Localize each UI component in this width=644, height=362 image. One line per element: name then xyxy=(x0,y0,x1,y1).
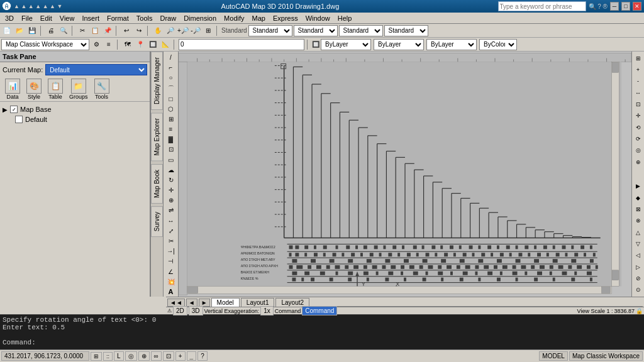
tab-display-manager[interactable]: Display Manager xyxy=(151,52,163,110)
tb-new[interactable]: 📄 xyxy=(1,25,13,36)
menu-express[interactable]: Express xyxy=(269,14,302,23)
draw-scale[interactable]: ⤢ xyxy=(165,226,177,236)
draw-chamfer[interactable]: ∠ xyxy=(165,266,177,276)
dyn-btn[interactable]: + xyxy=(175,351,186,361)
polar-btn[interactable]: ◎ xyxy=(125,351,137,361)
tb-open[interactable]: 📂 xyxy=(14,25,25,36)
menu-draw[interactable]: Draw xyxy=(156,14,180,23)
workspace-select[interactable]: Map Classic Workspace xyxy=(1,39,89,50)
tree-child-checkbox[interactable] xyxy=(15,116,23,123)
draw-trim[interactable]: ✂ xyxy=(165,236,177,246)
tab-map-book[interactable]: Map Book xyxy=(151,164,163,204)
draw-region[interactable]: ⊡ xyxy=(165,145,177,154)
right-icon-1[interactable]: ⊞ xyxy=(633,53,644,63)
panel-data[interactable]: 📊 Data xyxy=(5,79,20,100)
layer-input[interactable] xyxy=(179,39,304,50)
right-icon-19[interactable]: ⊘ xyxy=(633,273,644,283)
draw-arc[interactable]: ⌒ xyxy=(165,84,177,94)
close-button[interactable]: ✕ xyxy=(633,2,641,11)
menu-3d[interactable]: 3D xyxy=(1,14,18,23)
draw-copy[interactable]: ⊕ xyxy=(165,195,177,205)
tree-root-checkbox[interactable]: ✓ xyxy=(10,106,18,113)
lweight-btn[interactable]: _ xyxy=(187,351,197,361)
tb-save[interactable]: 💾 xyxy=(26,25,38,36)
right-icon-14[interactable]: ⊗ xyxy=(633,216,644,226)
tab-layout1[interactable]: Layout1 xyxy=(241,298,275,307)
menu-format[interactable]: Format xyxy=(103,14,133,23)
tb-preview[interactable]: 🔍 xyxy=(58,25,69,36)
drawing-area[interactable]: ΨΗΦΙΕΤΡΑ ΒΑΔΜΟΣ2 ΑΡΙΘΜΟΣ ΒΑΤΟΝΙΩΝ ΑΠΟ ΣΤ… xyxy=(179,52,631,297)
tab-model[interactable]: Model xyxy=(211,298,240,307)
draw-cloud[interactable]: ☁ xyxy=(165,165,177,175)
grid-btn[interactable]: :: xyxy=(103,352,113,361)
tab-survey[interactable]: Survey xyxy=(151,206,163,237)
tb-map2[interactable]: 📍 xyxy=(135,39,146,50)
draw-hatch[interactable]: ≡ xyxy=(165,124,177,134)
workspace-settings[interactable]: ⚙ xyxy=(91,39,102,50)
menu-tools[interactable]: Tools xyxy=(133,14,157,23)
otrack-btn[interactable]: ∞ xyxy=(151,351,162,361)
right-icon-15[interactable]: △ xyxy=(633,227,644,238)
restore-button[interactable]: □ xyxy=(621,2,630,11)
tb-copy[interactable]: 📋 xyxy=(89,25,101,36)
right-icon-20[interactable]: ⊙ xyxy=(633,285,644,295)
tab-map-explorer[interactable]: Map Explorer xyxy=(151,112,163,161)
panel-tools-btn[interactable]: 🔧 Tools xyxy=(94,79,109,100)
draw-wipeout[interactable]: ▭ xyxy=(165,155,177,165)
style-dropdown3[interactable]: Standard xyxy=(339,25,383,36)
draw-polyline[interactable]: ⌐ xyxy=(165,63,177,72)
menu-dimension[interactable]: Dimension xyxy=(180,14,220,23)
panel-style[interactable]: 🎨 Style xyxy=(26,79,42,100)
menu-view[interactable]: View xyxy=(56,14,79,23)
right-icon-2[interactable]: + xyxy=(633,64,644,75)
menu-edit[interactable]: Edit xyxy=(36,14,56,23)
layer-dropdown1[interactable]: ByLayer xyxy=(321,39,371,50)
right-icon-9[interactable]: ◎ xyxy=(633,145,644,156)
tb-zoom-in[interactable]: +🔎 xyxy=(177,25,189,36)
vert-val-btn[interactable]: 1x xyxy=(260,306,274,315)
ducs-btn[interactable]: ⊡ xyxy=(163,351,174,361)
tb-pan[interactable]: ✋ xyxy=(152,25,164,36)
right-icon-17[interactable]: ◁ xyxy=(633,250,644,261)
draw-mirror[interactable]: ⇌ xyxy=(165,206,177,215)
current-map-select[interactable]: Default xyxy=(45,64,147,75)
layer-dropdown2[interactable]: ByLayer xyxy=(374,39,424,50)
right-icon-12[interactable]: ◆ xyxy=(633,192,644,203)
right-icon-4[interactable]: ↔ xyxy=(633,87,644,98)
tb-cut[interactable]: ✂ xyxy=(77,25,88,36)
tb-undo[interactable]: ↩ xyxy=(121,25,132,36)
draw-stretch[interactable]: ↔ xyxy=(165,216,177,226)
minimize-button[interactable]: ─ xyxy=(610,2,619,11)
workspace-btn2[interactable]: ≡ xyxy=(103,39,114,50)
draw-gradient[interactable]: ▓ xyxy=(165,134,177,144)
layer-dropdown3[interactable]: ByLayer xyxy=(426,39,477,50)
search-input[interactable] xyxy=(498,1,586,11)
tree-child[interactable]: Default xyxy=(3,114,147,124)
menu-insert[interactable]: Insert xyxy=(78,14,103,23)
snap-btn[interactable]: ⊞ xyxy=(91,352,102,361)
right-icon-7[interactable]: ⟲ xyxy=(633,122,644,133)
tb-zoom[interactable]: 🔎 xyxy=(165,25,176,36)
style-dropdown2[interactable]: Standard xyxy=(294,25,338,36)
menu-modify[interactable]: Modify xyxy=(220,14,248,23)
draw-text[interactable]: A xyxy=(165,287,177,297)
draw-extend[interactable]: →| xyxy=(165,246,177,256)
draw-rotate[interactable]: ↻ xyxy=(165,175,177,185)
menu-window[interactable]: Window xyxy=(302,14,334,23)
draw-move[interactable]: ✛ xyxy=(165,185,177,195)
insert-block[interactable]: ⊞ xyxy=(165,114,177,124)
draw-circle[interactable]: ○ xyxy=(165,73,177,82)
right-icon-10[interactable]: ⊕ xyxy=(633,156,644,167)
draw-polygon[interactable]: ⬡ xyxy=(165,104,177,114)
menu-map[interactable]: Map xyxy=(248,14,269,23)
color-dropdown[interactable]: ByColor xyxy=(479,39,517,50)
right-icon-11[interactable]: ▶ xyxy=(633,181,644,192)
right-icon-18[interactable]: ▷ xyxy=(633,261,644,272)
menu-help[interactable]: Help xyxy=(334,14,356,23)
tb-map3[interactable]: 🔲 xyxy=(147,39,158,50)
menu-file[interactable]: File xyxy=(18,14,36,23)
style-dropdown1[interactable]: Standard xyxy=(248,25,292,36)
right-icon-16[interactable]: ▽ xyxy=(633,238,644,249)
osnap-btn[interactable]: ⊕ xyxy=(138,351,150,361)
ortho-btn[interactable]: L xyxy=(114,351,124,361)
